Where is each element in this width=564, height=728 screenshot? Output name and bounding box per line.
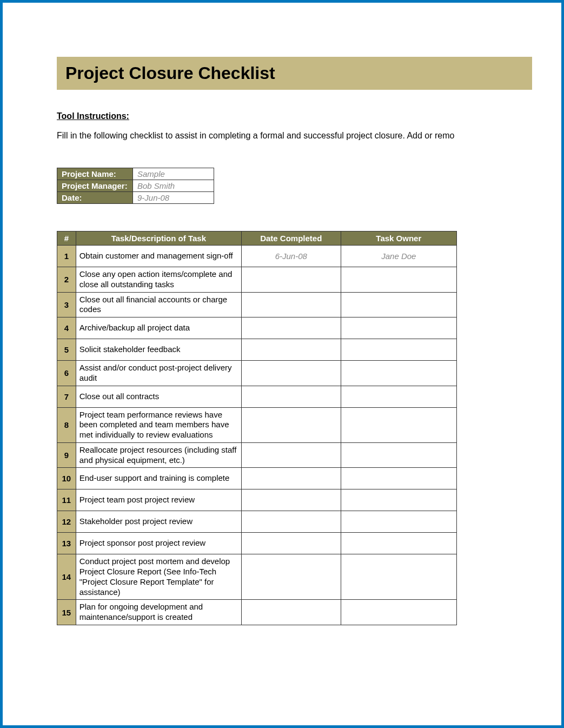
row-owner (341, 511, 456, 533)
row-owner (341, 386, 456, 407)
header-owner: Task Owner (341, 231, 456, 246)
row-number: 10 (57, 468, 76, 489)
row-number: 4 (57, 317, 76, 339)
row-date (241, 339, 341, 361)
row-task: Conduct project post mortem and develop … (76, 554, 241, 600)
row-owner (341, 489, 456, 511)
table-row: 15Plan for ongoing development and maint… (57, 600, 457, 625)
row-owner (341, 361, 456, 386)
row-date (241, 533, 341, 554)
meta-row-date: Date: 9-Jun-08 (57, 192, 214, 204)
row-owner (341, 600, 456, 625)
row-owner (341, 533, 456, 554)
meta-value-date: 9-Jun-08 (133, 192, 214, 204)
row-date (241, 267, 341, 293)
table-row: 8Project team performance reviews have b… (57, 407, 457, 442)
row-task: Project sponsor post project review (76, 533, 241, 554)
title-bar: Project Closure Checklist (57, 57, 532, 90)
row-number: 5 (57, 339, 76, 361)
table-row: 4Archive/backup all project data (57, 317, 457, 339)
row-number: 9 (57, 442, 76, 468)
table-row: 10End-user support and training is compl… (57, 468, 457, 489)
row-owner (341, 292, 456, 317)
project-meta-table: Project Name: Sample Project Manager: Bo… (57, 168, 214, 204)
row-task: End-user support and training is complet… (76, 468, 241, 489)
table-row: 12Stakeholder post project review (57, 511, 457, 533)
table-row: 14Conduct project post mortem and develo… (57, 554, 457, 600)
row-owner: Jane Doe (341, 246, 456, 267)
row-number: 3 (57, 292, 76, 317)
document-frame: Project Closure Checklist Tool Instructi… (0, 0, 564, 728)
row-owner (341, 442, 456, 468)
meta-row-project-name: Project Name: Sample (57, 168, 214, 180)
row-date (241, 442, 341, 468)
header-task: Task/Description of Task (76, 231, 241, 246)
row-task: Close out all financial accounts or char… (76, 292, 241, 317)
row-task: Assist and/or conduct post-project deliv… (76, 361, 241, 386)
row-task: Plan for ongoing development and mainten… (76, 600, 241, 625)
header-num: # (57, 231, 76, 246)
row-task: Close any open action items/complete and… (76, 267, 241, 293)
table-row: 1Obtain customer and management sign-off… (57, 246, 457, 267)
row-task: Close out all contracts (76, 386, 241, 407)
row-date (241, 600, 341, 625)
row-date (241, 317, 341, 339)
table-row: 11Project team post project review (57, 489, 457, 511)
table-row: 3Close out all financial accounts or cha… (57, 292, 457, 317)
row-date (241, 511, 341, 533)
row-number: 14 (57, 554, 76, 600)
instructions-text: Fill in the following checklist to assis… (57, 131, 529, 141)
row-date (241, 386, 341, 407)
row-date: 6-Jun-08 (241, 246, 341, 267)
row-date (241, 292, 341, 317)
row-date (241, 468, 341, 489)
row-number: 2 (57, 267, 76, 293)
row-task: Reallocate project resources (including … (76, 442, 241, 468)
row-owner (341, 554, 456, 600)
table-row: 2Close any open action items/complete an… (57, 267, 457, 293)
row-number: 8 (57, 407, 76, 442)
row-task: Stakeholder post project review (76, 511, 241, 533)
row-number: 11 (57, 489, 76, 511)
row-number: 7 (57, 386, 76, 407)
meta-label-date: Date: (57, 192, 133, 204)
checklist-header-row: # Task/Description of Task Date Complete… (57, 231, 457, 246)
row-date (241, 554, 341, 600)
meta-label-project-manager: Project Manager: (57, 180, 133, 192)
row-number: 12 (57, 511, 76, 533)
row-date (241, 407, 341, 442)
table-row: 7Close out all contracts (57, 386, 457, 407)
row-task: Project team post project review (76, 489, 241, 511)
checklist-table: # Task/Description of Task Date Complete… (57, 231, 457, 625)
meta-value-project-name: Sample (133, 168, 214, 180)
meta-value-project-manager: Bob Smith (133, 180, 214, 192)
meta-label-project-name: Project Name: (57, 168, 133, 180)
row-number: 1 (57, 246, 76, 267)
meta-row-project-manager: Project Manager: Bob Smith (57, 180, 214, 192)
row-number: 13 (57, 533, 76, 554)
row-task: Solicit stakeholder feedback (76, 339, 241, 361)
row-task: Project team performance reviews have be… (76, 407, 241, 442)
table-row: 5Solicit stakeholder feedback (57, 339, 457, 361)
table-row: 9Reallocate project resources (including… (57, 442, 457, 468)
header-date: Date Completed (241, 231, 341, 246)
table-row: 13Project sponsor post project review (57, 533, 457, 554)
row-owner (341, 407, 456, 442)
row-task: Obtain customer and management sign-off (76, 246, 241, 267)
row-number: 15 (57, 600, 76, 625)
table-row: 6Assist and/or conduct post-project deli… (57, 361, 457, 386)
row-owner (341, 317, 456, 339)
row-number: 6 (57, 361, 76, 386)
row-date (241, 361, 341, 386)
row-date (241, 489, 341, 511)
row-owner (341, 468, 456, 489)
row-owner (341, 339, 456, 361)
instructions-heading: Tool Instructions: (57, 111, 529, 121)
row-owner (341, 267, 456, 293)
row-task: Archive/backup all project data (76, 317, 241, 339)
page-title: Project Closure Checklist (65, 63, 523, 83)
